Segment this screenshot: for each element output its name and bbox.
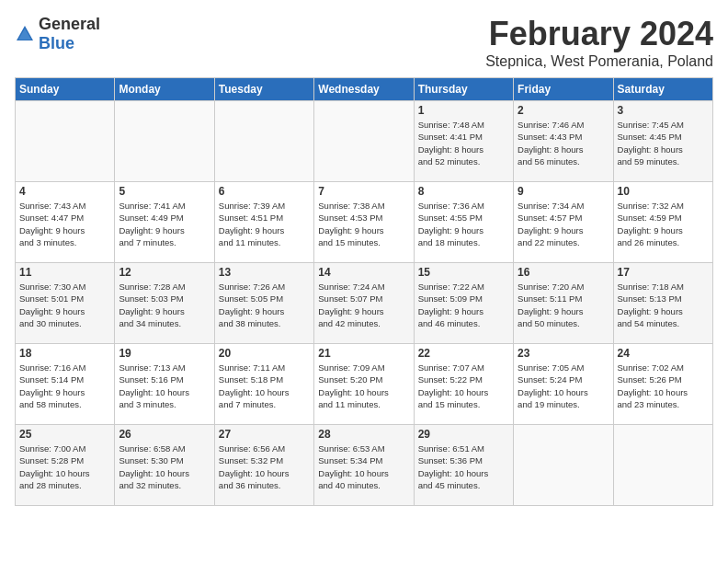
weekday-header-row: SundayMondayTuesdayWednesdayThursdayFrid… xyxy=(16,78,713,101)
day-number: 11 xyxy=(19,266,110,279)
calendar-cell: 11Sunrise: 7:30 AM Sunset: 5:01 PM Dayli… xyxy=(16,263,115,344)
weekday-header-sunday: Sunday xyxy=(16,78,115,101)
day-number: 19 xyxy=(119,347,210,360)
day-info: Sunrise: 7:11 AM Sunset: 5:18 PM Dayligh… xyxy=(219,362,310,410)
day-number: 15 xyxy=(418,266,509,279)
weekday-header-monday: Monday xyxy=(115,78,214,101)
day-info: Sunrise: 7:43 AM Sunset: 4:47 PM Dayligh… xyxy=(19,200,110,248)
day-number: 28 xyxy=(318,428,409,441)
day-number: 18 xyxy=(19,347,110,360)
calendar-cell: 25Sunrise: 7:00 AM Sunset: 5:28 PM Dayli… xyxy=(16,425,115,506)
header: General Blue February 2024 Stepnica, Wes… xyxy=(15,15,713,70)
day-info: Sunrise: 7:22 AM Sunset: 5:09 PM Dayligh… xyxy=(418,281,509,329)
day-info: Sunrise: 7:26 AM Sunset: 5:05 PM Dayligh… xyxy=(219,281,310,329)
day-number: 4 xyxy=(19,185,110,198)
day-number: 24 xyxy=(618,347,709,360)
day-number: 5 xyxy=(119,185,210,198)
weekday-header-tuesday: Tuesday xyxy=(214,78,313,101)
day-number: 7 xyxy=(318,185,409,198)
day-number: 10 xyxy=(618,185,709,198)
day-info: Sunrise: 7:34 AM Sunset: 4:57 PM Dayligh… xyxy=(518,200,609,248)
day-number: 16 xyxy=(518,266,609,279)
calendar-cell: 27Sunrise: 6:56 AM Sunset: 5:32 PM Dayli… xyxy=(214,425,313,506)
day-number: 20 xyxy=(219,347,310,360)
day-number: 27 xyxy=(219,428,310,441)
day-info: Sunrise: 7:48 AM Sunset: 4:41 PM Dayligh… xyxy=(418,119,509,167)
weekday-header-saturday: Saturday xyxy=(613,78,712,101)
month-title: February 2024 xyxy=(485,15,713,53)
weekday-header-thursday: Thursday xyxy=(414,78,513,101)
calendar-cell: 2Sunrise: 7:46 AM Sunset: 4:43 PM Daylig… xyxy=(514,101,613,182)
calendar-cell: 5Sunrise: 7:41 AM Sunset: 4:49 PM Daylig… xyxy=(115,182,214,263)
day-info: Sunrise: 7:36 AM Sunset: 4:55 PM Dayligh… xyxy=(418,200,509,248)
day-info: Sunrise: 7:07 AM Sunset: 5:22 PM Dayligh… xyxy=(418,362,509,410)
logo-general: General xyxy=(39,15,100,33)
day-info: Sunrise: 7:09 AM Sunset: 5:20 PM Dayligh… xyxy=(318,362,409,410)
day-number: 9 xyxy=(518,185,609,198)
calendar-cell: 18Sunrise: 7:16 AM Sunset: 5:14 PM Dayli… xyxy=(16,344,115,425)
day-info: Sunrise: 7:45 AM Sunset: 4:45 PM Dayligh… xyxy=(618,119,709,167)
logo-text: General Blue xyxy=(39,15,100,53)
day-number: 3 xyxy=(618,104,709,117)
day-number: 17 xyxy=(618,266,709,279)
logo: General Blue xyxy=(15,15,100,53)
day-info: Sunrise: 7:41 AM Sunset: 4:49 PM Dayligh… xyxy=(119,200,210,248)
calendar-cell: 23Sunrise: 7:05 AM Sunset: 5:24 PM Dayli… xyxy=(514,344,613,425)
day-info: Sunrise: 7:32 AM Sunset: 4:59 PM Dayligh… xyxy=(618,200,709,248)
title-area: February 2024 Stepnica, West Pomerania, … xyxy=(485,15,713,70)
day-number: 6 xyxy=(219,185,310,198)
calendar-cell xyxy=(115,101,214,182)
day-number: 2 xyxy=(518,104,609,117)
day-info: Sunrise: 7:02 AM Sunset: 5:26 PM Dayligh… xyxy=(618,362,709,410)
day-info: Sunrise: 6:51 AM Sunset: 5:36 PM Dayligh… xyxy=(418,442,509,491)
day-info: Sunrise: 7:18 AM Sunset: 5:13 PM Dayligh… xyxy=(618,281,709,329)
calendar-cell: 14Sunrise: 7:24 AM Sunset: 5:07 PM Dayli… xyxy=(314,263,414,344)
calendar-cell: 15Sunrise: 7:22 AM Sunset: 5:09 PM Dayli… xyxy=(414,263,513,344)
day-number: 25 xyxy=(19,428,110,441)
day-info: Sunrise: 7:46 AM Sunset: 4:43 PM Dayligh… xyxy=(518,119,609,167)
day-info: Sunrise: 7:20 AM Sunset: 5:11 PM Dayligh… xyxy=(518,281,609,329)
day-number: 12 xyxy=(119,266,210,279)
calendar-cell: 7Sunrise: 7:38 AM Sunset: 4:53 PM Daylig… xyxy=(314,182,414,263)
calendar-cell: 12Sunrise: 7:28 AM Sunset: 5:03 PM Dayli… xyxy=(115,263,214,344)
calendar-cell xyxy=(514,425,613,506)
calendar-cell: 10Sunrise: 7:32 AM Sunset: 4:59 PM Dayli… xyxy=(613,182,712,263)
week-row-3: 11Sunrise: 7:30 AM Sunset: 5:01 PM Dayli… xyxy=(16,263,713,344)
calendar-table: SundayMondayTuesdayWednesdayThursdayFrid… xyxy=(15,77,713,506)
week-row-2: 4Sunrise: 7:43 AM Sunset: 4:47 PM Daylig… xyxy=(16,182,713,263)
day-info: Sunrise: 7:28 AM Sunset: 5:03 PM Dayligh… xyxy=(119,281,210,329)
week-row-4: 18Sunrise: 7:16 AM Sunset: 5:14 PM Dayli… xyxy=(16,344,713,425)
calendar-cell: 1Sunrise: 7:48 AM Sunset: 4:41 PM Daylig… xyxy=(414,101,513,182)
day-info: Sunrise: 6:56 AM Sunset: 5:32 PM Dayligh… xyxy=(219,442,310,491)
day-info: Sunrise: 7:39 AM Sunset: 4:51 PM Dayligh… xyxy=(219,200,310,248)
logo-icon xyxy=(15,24,35,44)
day-info: Sunrise: 6:58 AM Sunset: 5:30 PM Dayligh… xyxy=(119,442,210,491)
calendar-cell: 26Sunrise: 6:58 AM Sunset: 5:30 PM Dayli… xyxy=(115,425,214,506)
calendar-cell: 17Sunrise: 7:18 AM Sunset: 5:13 PM Dayli… xyxy=(613,263,712,344)
calendar-cell: 6Sunrise: 7:39 AM Sunset: 4:51 PM Daylig… xyxy=(214,182,313,263)
calendar-cell: 20Sunrise: 7:11 AM Sunset: 5:18 PM Dayli… xyxy=(214,344,313,425)
day-number: 1 xyxy=(418,104,509,117)
day-number: 26 xyxy=(119,428,210,441)
calendar-cell: 29Sunrise: 6:51 AM Sunset: 5:36 PM Dayli… xyxy=(414,425,513,506)
calendar-cell: 3Sunrise: 7:45 AM Sunset: 4:45 PM Daylig… xyxy=(613,101,712,182)
calendar-cell xyxy=(314,101,414,182)
day-info: Sunrise: 7:13 AM Sunset: 5:16 PM Dayligh… xyxy=(119,362,210,410)
day-info: Sunrise: 7:05 AM Sunset: 5:24 PM Dayligh… xyxy=(518,362,609,410)
day-number: 22 xyxy=(418,347,509,360)
location-title: Stepnica, West Pomerania, Poland xyxy=(485,53,713,70)
calendar-cell: 22Sunrise: 7:07 AM Sunset: 5:22 PM Dayli… xyxy=(414,344,513,425)
day-info: Sunrise: 7:30 AM Sunset: 5:01 PM Dayligh… xyxy=(19,281,110,329)
day-info: Sunrise: 7:38 AM Sunset: 4:53 PM Dayligh… xyxy=(318,200,409,248)
day-number: 21 xyxy=(318,347,409,360)
calendar-cell: 9Sunrise: 7:34 AM Sunset: 4:57 PM Daylig… xyxy=(514,182,613,263)
day-info: Sunrise: 7:16 AM Sunset: 5:14 PM Dayligh… xyxy=(19,362,110,410)
calendar-cell: 13Sunrise: 7:26 AM Sunset: 5:05 PM Dayli… xyxy=(214,263,313,344)
calendar-cell xyxy=(16,101,115,182)
calendar-cell: 21Sunrise: 7:09 AM Sunset: 5:20 PM Dayli… xyxy=(314,344,414,425)
calendar-cell xyxy=(613,425,712,506)
calendar-cell: 24Sunrise: 7:02 AM Sunset: 5:26 PM Dayli… xyxy=(613,344,712,425)
day-number: 14 xyxy=(318,266,409,279)
day-info: Sunrise: 6:53 AM Sunset: 5:34 PM Dayligh… xyxy=(318,442,409,491)
week-row-5: 25Sunrise: 7:00 AM Sunset: 5:28 PM Dayli… xyxy=(16,425,713,506)
